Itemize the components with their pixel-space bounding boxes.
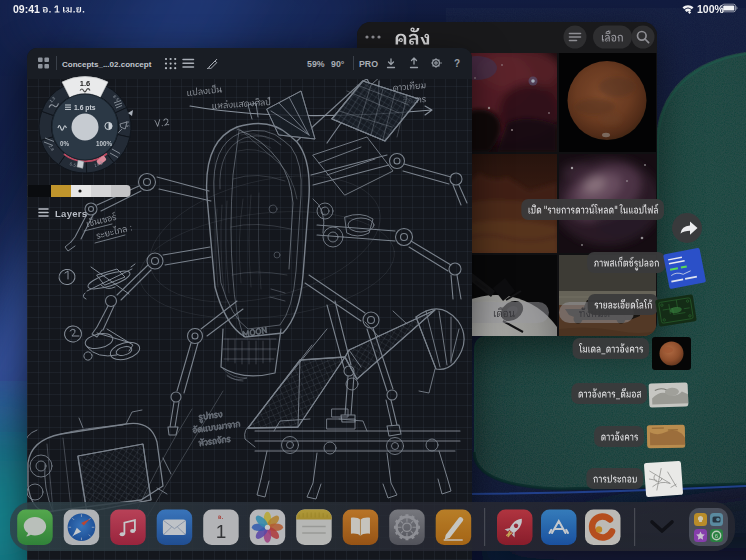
svg-text:100%: 100%	[697, 3, 725, 15]
svg-text:09:41: 09:41	[13, 3, 40, 15]
